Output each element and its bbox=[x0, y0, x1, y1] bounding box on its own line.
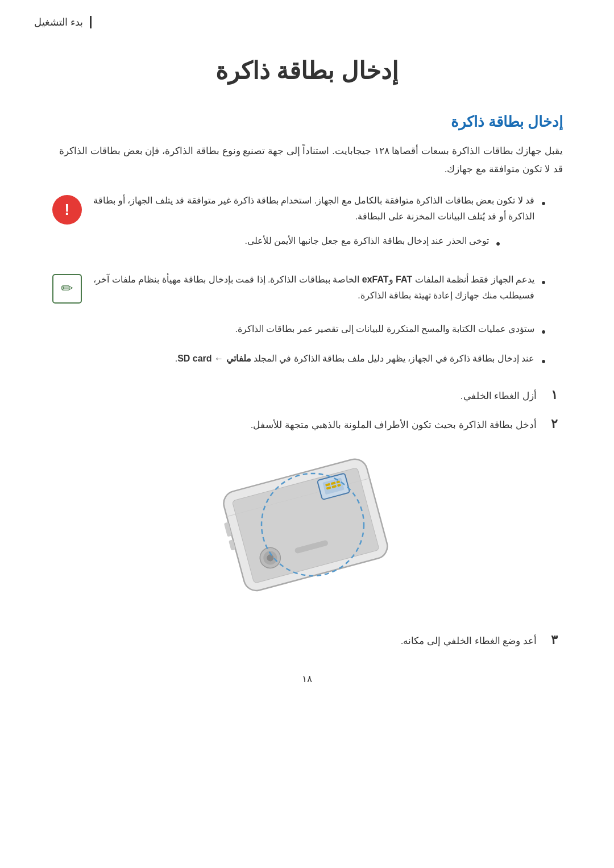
bullet3-exfat: exFAT bbox=[362, 275, 389, 284]
top-label: بدء التشغيل bbox=[34, 16, 92, 28]
note-icon: ✏ bbox=[52, 274, 82, 304]
step3: ٣ أعد وضع الغطاء الخلفي إلى مكانه. bbox=[51, 633, 563, 650]
bullet3-text-area: • يدعم الجهاز فقط أنظمة الملفات FAT وexF… bbox=[92, 272, 563, 313]
step1-text: أزل الغطاء الخلفي. bbox=[460, 388, 537, 405]
bullet5-part1: عند إدخال بطاقة ذاكرة في الجهاز، يظهر دل… bbox=[251, 354, 535, 363]
bullet5-sdcard: SD card bbox=[177, 354, 214, 363]
bullet3-part1: يدعم الجهاز فقط أنظمة الملفات bbox=[412, 275, 534, 284]
page-wrapper: بدء التشغيل إدخال بطاقة ذاكرة إدخال بطاق… bbox=[0, 0, 614, 868]
page-number: ١٨ bbox=[51, 673, 563, 702]
step1: ١ أزل الغطاء الخلفي. bbox=[51, 388, 563, 405]
step3-number: ٣ bbox=[546, 633, 563, 647]
warning-exclamation: ! bbox=[64, 201, 69, 219]
step2-number: ٢ bbox=[546, 417, 563, 431]
phone-illustration bbox=[176, 451, 438, 610]
step2: ٢ أدخل بطاقة الذاكرة بحيث تكون الأطراف ا… bbox=[51, 417, 563, 434]
bullet5-bold: ملفاتي bbox=[226, 354, 251, 363]
bullet-warning-block: • قد لا تكون بعض بطاقات الذاكرة متوافقة … bbox=[51, 193, 563, 263]
bullet-note-block: • يدعم الجهاز فقط أنظمة الملفات FAT وexF… bbox=[51, 272, 563, 313]
intro-paragraph: يقبل جهازك بطاقات الذاكرة بسعات أقصاها ١… bbox=[51, 142, 563, 179]
bullet3-item: • يدعم الجهاز فقط أنظمة الملفات FAT وexF… bbox=[92, 272, 563, 305]
bullet4-dot: • bbox=[541, 321, 546, 342]
bullet5-arrow: ← bbox=[214, 354, 226, 363]
main-title: إدخال بطاقة ذاكرة bbox=[51, 57, 563, 85]
note-icon-area: ✏ bbox=[51, 272, 83, 304]
bullet3-and: و bbox=[389, 275, 396, 284]
bullet2-text: توخى الحذر عند إدخال بطاقة الذاكرة مع جع… bbox=[92, 233, 489, 250]
bullet1-text: قد لا تكون بعض بطاقات الذاكرة متوافقة با… bbox=[92, 193, 534, 226]
svg-rect-1 bbox=[232, 467, 379, 583]
bullet5-item: • عند إدخال بطاقة ذاكرة في الجهاز، يظهر … bbox=[51, 351, 563, 372]
illustration-area bbox=[51, 451, 563, 610]
bullet3-dot: • bbox=[541, 272, 546, 293]
step3-text: أعد وضع الغطاء الخلفي إلى مكانه. bbox=[401, 633, 537, 650]
step2-text: أدخل بطاقة الذاكرة بحيث تكون الأطراف الم… bbox=[251, 417, 537, 434]
bullet5-text: عند إدخال بطاقة ذاكرة في الجهاز، يظهر دل… bbox=[51, 351, 534, 367]
step1-number: ١ bbox=[546, 388, 563, 402]
bullet1-dot: • bbox=[541, 193, 546, 214]
bullet1-item: • قد لا تكون بعض بطاقات الذاكرة متوافقة … bbox=[92, 193, 563, 226]
bullet4-item: • ستؤدي عمليات الكتابة والمسح المتكررة ل… bbox=[51, 321, 563, 342]
bullet5-dot: • bbox=[541, 351, 546, 372]
bullet3-text: يدعم الجهاز فقط أنظمة الملفات FAT وexFAT… bbox=[92, 272, 534, 305]
note-pencil-icon: ✏ bbox=[61, 280, 73, 297]
section-title: إدخال بطاقة ذاكرة bbox=[51, 113, 563, 131]
bullet3-fat: FAT bbox=[396, 275, 412, 284]
bullet1-text-area: • قد لا تكون بعض بطاقات الذاكرة متوافقة … bbox=[92, 193, 563, 263]
main-content: إدخال بطاقة ذاكرة إدخال بطاقة ذاكرة يقبل… bbox=[0, 0, 614, 736]
bullet2-item: • توخى الحذر عند إدخال بطاقة الذاكرة مع … bbox=[92, 233, 517, 254]
warning-icon-area: ! bbox=[51, 193, 83, 225]
bullet4-text: ستؤدي عمليات الكتابة والمسح المتكررة للب… bbox=[51, 321, 534, 338]
bullet2-dot: • bbox=[496, 233, 500, 254]
warning-icon: ! bbox=[52, 195, 82, 225]
